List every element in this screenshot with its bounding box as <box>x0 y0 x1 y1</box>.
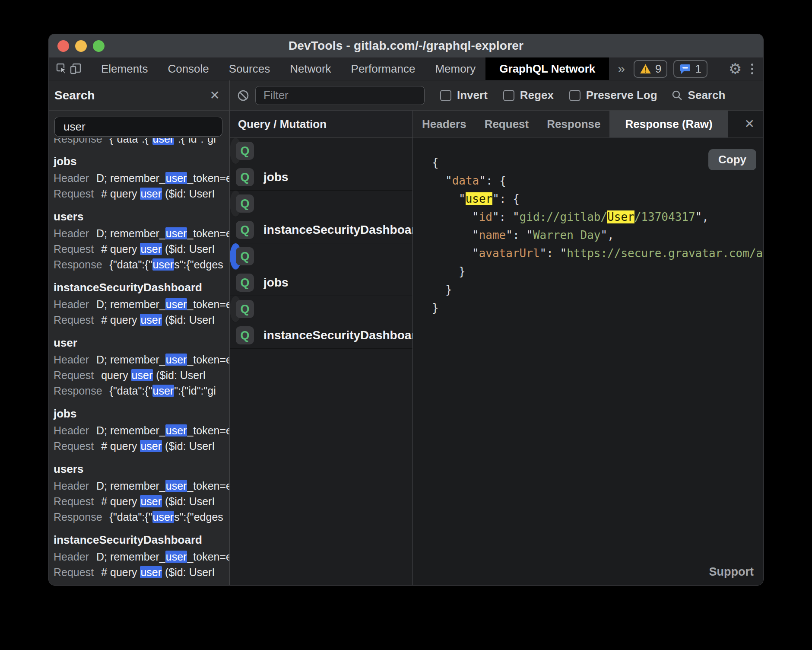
warnings-badge[interactable]: 9 <box>634 60 667 78</box>
message-count: 1 <box>695 62 701 76</box>
detail-tabs-rest: ✕ <box>728 111 763 137</box>
clear-requests-icon[interactable] <box>237 89 250 102</box>
response-raw-view: Copy {"data": {"user": {"id": "gid://git… <box>413 138 763 586</box>
filter-input[interactable] <box>255 86 425 105</box>
search-icon <box>671 89 683 102</box>
query-type-badge: Q <box>236 142 254 160</box>
search-result-row[interactable]: Response{"data":{"users":{"edges <box>54 257 229 272</box>
tabbar-right-controls: 9 1 ⚙ <box>634 60 764 78</box>
search-result-row[interactable]: Request# query user ($id: UserI <box>54 564 229 580</box>
search-result-row[interactable]: Request# query user ($id: UserI <box>54 241 229 257</box>
search-result-row[interactable]: Request# query user ($id: UserI <box>54 438 229 454</box>
query-type-badge: Q <box>236 247 254 265</box>
result-row-label: Header <box>54 424 89 437</box>
search-result-row[interactable]: Request# query user ($id: UserI <box>54 494 229 509</box>
result-row-label: Header <box>54 480 89 492</box>
query-row-instancesecuritydashboard[interactable]: QinstanceSecurityDashboard <box>230 322 412 349</box>
search-result-group-title[interactable]: jobs <box>54 154 229 169</box>
tab-network[interactable]: Network <box>280 57 341 80</box>
search-result-row[interactable]: Request# query user ($id: UserI <box>54 312 229 328</box>
messages-badge[interactable]: 1 <box>673 60 707 78</box>
detail-tab-response-raw[interactable]: Response (Raw) <box>609 111 728 137</box>
tabs-overflow-chevron[interactable]: » <box>609 61 634 76</box>
close-traffic-light[interactable] <box>57 40 69 52</box>
toolbar-search-button[interactable]: Search <box>671 89 726 102</box>
search-panel-header: Search ✕ <box>49 80 229 111</box>
result-row-label: Request <box>54 369 94 381</box>
query-row-users[interactable]: Qusers <box>230 191 241 217</box>
search-result-row[interactable]: HeaderD; remember_user_token=e <box>54 352 229 367</box>
detail-tab-request[interactable]: Request <box>476 111 538 137</box>
result-row-value: D; remember_user_token=e <box>96 172 229 184</box>
query-row-jobs[interactable]: Qjobs <box>230 270 412 296</box>
search-result-group: instanceSecurityDashboardHeaderD; rememb… <box>54 280 229 328</box>
network-panels: Query / Mutation QuserQjobsQusersQinstan… <box>230 111 763 586</box>
search-result-group-title[interactable]: user <box>54 335 229 350</box>
search-result-row[interactable]: Response{"data":{"user":{"id":"gi <box>54 138 229 146</box>
tab-sources[interactable]: Sources <box>219 57 280 80</box>
json-line: "avatarUrl": "https://secure.gravatar.co… <box>413 244 763 262</box>
search-input[interactable] <box>54 117 222 137</box>
search-result-group-title[interactable]: instanceSecurityDashboard <box>54 280 229 295</box>
copy-button[interactable]: Copy <box>708 149 756 170</box>
search-result-row[interactable]: HeaderD; remember_user_token=e <box>54 478 229 494</box>
query-row-jobs[interactable]: Qjobs <box>230 164 412 191</box>
result-row-label: Response <box>54 385 102 397</box>
tab-console[interactable]: Console <box>158 57 219 80</box>
search-result-group-title[interactable]: jobs <box>54 406 229 421</box>
search-result-row[interactable]: HeaderD; remember_user_token=e <box>54 423 229 438</box>
invert-checkbox[interactable] <box>440 90 451 101</box>
devtools-window: DevTools - gitlab.com/-/graphql-explorer… <box>48 34 764 586</box>
json-line: "data": { <box>413 172 763 190</box>
query-type-badge: Q <box>236 300 254 318</box>
detail-close-icon[interactable]: ✕ <box>745 118 755 130</box>
detail-tab-headers[interactable]: Headers <box>413 111 476 137</box>
detail-panel: HeadersRequestResponseResponse (Raw) ✕ C… <box>413 111 763 586</box>
search-result-row[interactable]: Response{"data":{"users":{"edges <box>54 509 229 525</box>
kebab-menu-icon[interactable] <box>748 64 757 74</box>
search-result-row[interactable]: HeaderD; remember_user_token=e <box>54 226 229 241</box>
search-result-group: jobsHeaderD; remember_user_token=eReques… <box>54 154 229 201</box>
search-panel-close-icon[interactable]: ✕ <box>210 89 220 102</box>
regex-checkbox[interactable] <box>503 90 514 101</box>
query-row-user[interactable]: Quser <box>230 243 241 270</box>
search-result-row[interactable]: Response{"data":{"user":{"id":"gi <box>54 383 229 398</box>
support-link[interactable]: Support <box>709 563 754 581</box>
query-row-users[interactable]: Qusers <box>230 296 241 322</box>
search-result-row[interactable]: HeaderD; remember_user_token=e <box>54 296 229 312</box>
search-result-row[interactable]: Requestquery user ($id: UserI <box>54 367 229 383</box>
network-toolbar: Invert Regex Preserve Log Search <box>230 80 763 111</box>
json-line: } <box>413 299 763 317</box>
tab-performance[interactable]: Performance <box>341 57 425 80</box>
search-result-row[interactable]: HeaderD; remember_user_token=e <box>54 170 229 186</box>
search-result-group-title[interactable]: users <box>54 462 229 476</box>
result-row-label: Header <box>54 551 89 563</box>
maximize-traffic-light[interactable] <box>93 40 105 52</box>
minimize-traffic-light[interactable] <box>75 40 87 52</box>
tab-memory[interactable]: Memory <box>425 57 485 80</box>
search-result-group-title[interactable]: users <box>54 209 229 224</box>
device-toolbar-icon[interactable] <box>69 60 82 77</box>
search-result-group: instanceSecurityDashboardHeaderD; rememb… <box>54 532 229 580</box>
tab-graphql-network[interactable]: GraphQL Network <box>485 57 609 80</box>
json-code: {"data": {"user": {"id": "gid://gitlab/U… <box>413 153 763 317</box>
chat-bubble-icon <box>679 64 691 74</box>
detail-tabs-row: HeadersRequestResponseResponse (Raw) ✕ <box>413 111 763 138</box>
search-result-row[interactable]: HeaderD; remember_user_token=e <box>54 549 229 564</box>
search-result-row[interactable]: Request# query user ($id: UserI <box>54 186 229 201</box>
result-row-value: {"data":{"user":{"id":"gi <box>110 385 216 397</box>
query-row-instancesecuritydashboard[interactable]: QinstanceSecurityDashboard <box>230 217 412 243</box>
query-row-label: instanceSecurityDashboard <box>263 328 412 342</box>
tab-elements[interactable]: Elements <box>91 57 158 80</box>
result-row-value: D; remember_user_token=e <box>96 424 229 437</box>
result-row-label: Request <box>54 243 94 255</box>
query-row-user[interactable]: Quser <box>230 138 241 164</box>
result-row-value: # query user ($id: UserI <box>101 440 215 452</box>
search-result-group-title[interactable]: instanceSecurityDashboard <box>54 532 229 547</box>
settings-gear-icon[interactable]: ⚙ <box>729 61 742 76</box>
detail-tab-response[interactable]: Response <box>538 111 609 137</box>
preserve-log-checkbox[interactable] <box>569 90 580 101</box>
result-row-label: Response <box>54 258 102 271</box>
inspect-element-icon[interactable] <box>55 60 69 77</box>
result-row-value: # query user ($id: UserI <box>101 243 215 255</box>
